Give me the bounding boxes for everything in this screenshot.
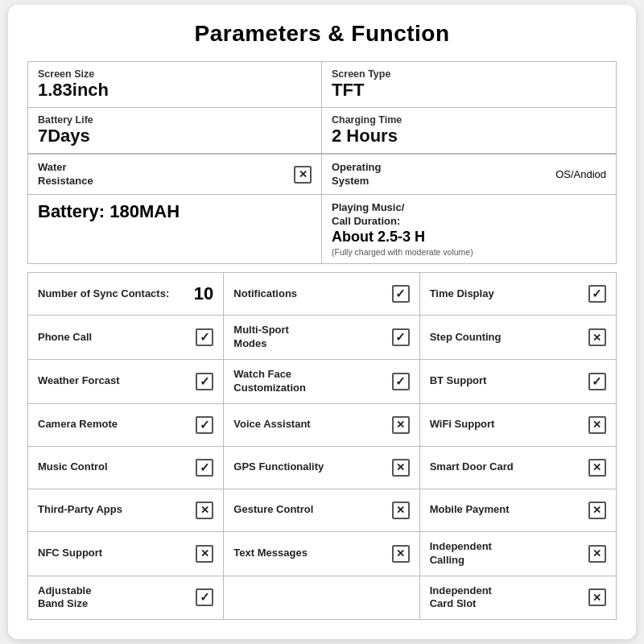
charging-time-cell: Charging Time 2 Hours [322, 108, 616, 154]
feature-checkbox-check [196, 459, 213, 477]
card: Parameters & Function Screen Size 1.83in… [8, 5, 636, 640]
os-cell: OperatingSystem OS/Andiod [322, 155, 616, 195]
feature-checkbox-cross [588, 588, 606, 606]
screen-type-value: TFT [332, 80, 606, 101]
feature-label: Notifications [233, 287, 385, 301]
feature-cell-col1: NFC Support [28, 532, 224, 576]
battery-life-cell: Battery Life 7Days [28, 108, 322, 154]
feature-checkbox-check [392, 328, 410, 346]
feature-cell-col1: Phone Call [28, 316, 224, 359]
feature-cell-col2: Notifications [224, 273, 419, 315]
feature-label: IndependentCalling [430, 540, 582, 568]
feature-cell-col2: Watch FaceCustomization [224, 360, 419, 403]
feature-label: Multi-SportModes [233, 324, 385, 351]
feature-cell-col1: Music Control [28, 447, 224, 489]
feature-checkbox-cross [196, 545, 213, 563]
feature-cell-col3: BT Support [420, 360, 616, 403]
feature-label: Camera Remote [38, 418, 189, 431]
feature-cell-col1: Camera Remote [28, 404, 224, 446]
feature-cell-col1: Number of Sync Contacts:10 [28, 273, 224, 315]
screen-size-label: Screen Size [38, 68, 312, 80]
feature-checkbox-check [392, 285, 410, 303]
feature-label: GPS Functionality [233, 460, 385, 474]
feature-row: NFC SupportText MessagesIndependentCalli… [28, 532, 616, 576]
feature-checkbox-cross [588, 502, 606, 519]
os-value: OS/Andiod [555, 168, 606, 180]
feature-row: Weather ForcastWatch FaceCustomizationBT… [28, 360, 616, 404]
playing-music-value: About 2.5-3 H [332, 229, 425, 246]
feature-label: Watch FaceCustomization [233, 368, 385, 395]
charging-time-value: 2 Hours [332, 126, 606, 147]
feature-cell-col1: Weather Forcast [28, 360, 224, 403]
feature-cell-col2: Multi-SportModes [224, 316, 419, 359]
feature-label: Weather Forcast [38, 374, 189, 388]
water-resistance-cell: WaterResistance [28, 155, 322, 195]
feature-cell-col2: GPS Functionality [224, 447, 419, 489]
playing-music-note: (Fully charged with moderate volume) [332, 247, 473, 257]
playing-music-label: Playing Music/Call Duration: [332, 201, 606, 229]
feature-checkbox-cross [588, 459, 606, 477]
feature-label: Number of Sync Contacts: [38, 287, 188, 301]
feature-label: WiFi Support [430, 418, 582, 431]
feature-label: Mobile Payment [430, 503, 582, 517]
water-os-row: WaterResistance OperatingSystem OS/Andio… [27, 155, 617, 196]
battery-label: Battery: 180MAH [38, 201, 180, 221]
os-label: OperatingSystem [332, 161, 549, 188]
feature-checkbox-check [392, 373, 410, 390]
feature-cell-col2: Text Messages [224, 532, 419, 576]
feature-cell-col3: Step Counting [420, 316, 616, 359]
feature-checkbox-cross [588, 416, 606, 434]
page-title: Parameters & Function [27, 21, 617, 47]
screen-size-value: 1.83inch [38, 80, 312, 101]
feature-label: BT Support [430, 374, 582, 388]
water-resistance-label: WaterResistance [38, 161, 287, 188]
feature-checkbox-cross [392, 459, 410, 477]
specs-grid: Screen Size 1.83inch Screen Type TFT Bat… [27, 61, 617, 155]
feature-label: Step Counting [430, 331, 582, 345]
feature-label: Gesture Control [233, 503, 385, 517]
feature-row: AdjustableBand SizeIndependentCard Slot [28, 576, 616, 620]
feature-cell-col2: Gesture Control [224, 489, 419, 531]
battery-life-value: 7Days [38, 126, 312, 147]
feature-cell-col3: Mobile Payment [420, 489, 616, 531]
feature-checkbox-check [196, 588, 213, 606]
feature-cell-col3: IndependentCalling [420, 532, 616, 576]
feature-count: 10 [194, 283, 213, 304]
feature-checkbox-cross [392, 502, 410, 519]
feature-label: Voice Assistant [233, 418, 385, 431]
screen-type-label: Screen Type [332, 68, 606, 80]
screen-type-cell: Screen Type TFT [322, 62, 616, 108]
water-resistance-checkbox [294, 166, 312, 184]
feature-label: IndependentCard Slot [430, 584, 582, 612]
feature-checkbox-check [196, 416, 213, 434]
feature-checkbox-cross [196, 502, 213, 519]
feature-row: Phone CallMulti-SportModesStep Counting [28, 316, 616, 360]
feature-cell-col3: WiFi Support [420, 404, 616, 446]
screen-size-cell: Screen Size 1.83inch [28, 62, 322, 108]
feature-row: Camera RemoteVoice AssistantWiFi Support [28, 404, 616, 447]
feature-checkbox-check [588, 285, 606, 303]
battery-cell: Battery: 180MAH [28, 195, 322, 263]
feature-cell-col1: Third-Party Apps [28, 489, 224, 531]
feature-label: Smart Door Card [430, 460, 582, 474]
feature-cell-col3: Smart Door Card [420, 447, 616, 489]
feature-checkbox-check [196, 328, 213, 346]
feature-checkbox-cross [392, 545, 410, 563]
playing-music-cell: Playing Music/Call Duration: About 2.5-3… [322, 195, 616, 263]
feature-label: Phone Call [38, 331, 189, 345]
feature-label: Time Display [430, 287, 582, 301]
feature-label: AdjustableBand Size [38, 584, 189, 612]
feature-label: Third-Party Apps [38, 503, 189, 517]
feature-checkbox-cross [588, 328, 606, 346]
charging-time-label: Charging Time [332, 114, 606, 126]
feature-label: NFC Support [38, 547, 189, 560]
feature-label: Text Messages [233, 547, 385, 560]
feature-cell-col3: Time Display [420, 273, 616, 315]
feature-row: Number of Sync Contacts:10NotificationsT… [28, 273, 616, 316]
feature-checkbox-cross [588, 545, 606, 563]
features-section: Number of Sync Contacts:10NotificationsT… [27, 272, 617, 620]
feature-row: Third-Party AppsGesture ControlMobile Pa… [28, 489, 616, 532]
feature-checkbox-check [588, 373, 606, 390]
feature-cell-col1: AdjustableBand Size [28, 576, 224, 620]
battery-playing-row: Battery: 180MAH Playing Music/Call Durat… [27, 195, 617, 264]
